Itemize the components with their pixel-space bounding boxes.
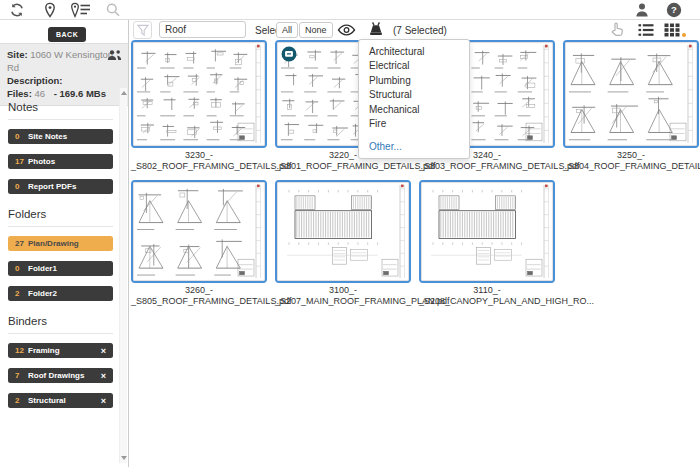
- item-count-badge: 0: [15, 132, 28, 141]
- sidebar-sections: Notes0Site Notes17Photos0Report PDFsFold…: [0, 92, 120, 418]
- file-name: 3100_-_S207_MAIN_ROOF_FRAMING_PLAN.pdf: [275, 285, 411, 307]
- item-count-badge: 2: [15, 396, 28, 405]
- category-dropdown-list: ArchitecturalElectricalPlumbingStructura…: [359, 44, 469, 131]
- sidebar-item-structural[interactable]: 2Structural×: [8, 393, 113, 408]
- grid-view-icon[interactable]: [664, 23, 680, 37]
- pdf-thumbnail-drawing: [277, 182, 409, 281]
- thumbnail-frame-selected[interactable]: [131, 40, 267, 148]
- back-button[interactable]: BACK: [48, 27, 86, 42]
- item-label: Framing: [28, 346, 97, 355]
- sidebar-item-site-notes[interactable]: 0Site Notes: [8, 129, 113, 144]
- section-list-binders: 12Framing×7Roof Drawings×2Structural×: [8, 334, 113, 408]
- file-name-line1: 3110_-: [419, 285, 555, 296]
- file-name: 3230_-_S802_ROOF_FRAMING_DETAILS.pdf: [131, 150, 267, 172]
- file-name: 3110_-_S208_CANOPY_PLAN_AND_HIGH_RO...: [419, 285, 555, 307]
- file-name-line1: 3100_-: [275, 285, 411, 296]
- dropdown-item-other[interactable]: Other...: [359, 139, 469, 153]
- item-count-badge: 17: [15, 157, 28, 166]
- thumbnail-frame-selected[interactable]: [275, 180, 411, 283]
- pdf-thumbnail-drawing: [565, 42, 697, 146]
- item-label: Folder2: [28, 289, 106, 298]
- team-users-icon[interactable]: [107, 49, 122, 61]
- filter-button[interactable]: [133, 21, 152, 39]
- dropdown-item-mechanical[interactable]: Mechanical: [359, 102, 469, 117]
- item-count-badge: 27: [15, 239, 28, 248]
- item-label: Photos: [28, 157, 106, 166]
- scroll-down-icon[interactable]: [121, 456, 127, 460]
- help-icon[interactable]: ?: [666, 2, 683, 18]
- select-none-button[interactable]: None: [299, 22, 333, 38]
- file-name-line2: _S801_ROOF_FRAMING_DETAILS.pdf: [275, 161, 411, 172]
- section-heading-folders: Folders: [8, 208, 113, 227]
- item-label: Structural: [28, 396, 97, 405]
- hand-pointer-icon[interactable]: [610, 22, 624, 38]
- user-icon[interactable]: [634, 2, 651, 18]
- dropdown-item-structural[interactable]: Structural: [359, 88, 469, 103]
- site-row: Site: 1060 W Kensington Rd: [7, 48, 122, 74]
- item-label: Site Notes: [28, 132, 106, 141]
- item-label: Report PDFs: [28, 182, 106, 191]
- file-card: 3230_-_S802_ROOF_FRAMING_DETAILS.pdf: [131, 40, 267, 172]
- description-label: Description:: [7, 74, 122, 87]
- sidebar-item-photos[interactable]: 17Photos: [8, 154, 113, 169]
- pdf-thumbnail-drawing: [133, 182, 265, 281]
- dropdown-item-electrical[interactable]: Electrical: [359, 59, 469, 74]
- pin-list-icon[interactable]: [70, 2, 91, 18]
- file-name-line2: _S207_MAIN_ROOF_FRAMING_PLAN.pdf: [275, 296, 411, 307]
- file-grid-row-2: 3260_-_S805_ROOF_FRAMING_DETAILS.pdf3100…: [131, 180, 555, 307]
- remove-binder-icon[interactable]: ×: [101, 396, 106, 406]
- thumbnail-frame-selected[interactable]: [419, 180, 555, 283]
- sidebar-item-roof-drawings[interactable]: 7Roof Drawings×: [8, 368, 113, 383]
- file-card: 3110_-_S208_CANOPY_PLAN_AND_HIGH_RO...: [419, 180, 555, 307]
- preview-eye-icon[interactable]: [337, 23, 356, 37]
- sidebar: BACK Site: 1060 W Kensington Rd Descript…: [0, 20, 129, 467]
- dropdown-item-architectural[interactable]: Architectural: [359, 44, 469, 59]
- sidebar-item-plan-drawing[interactable]: 27Plan/Drawing: [8, 236, 113, 251]
- section-list-folders: 27Plan/Drawing0Folder12Folder2: [8, 227, 113, 301]
- file-card: 3250_-_S804_ROOF_FRAMING_DETAILS.pdf: [563, 40, 699, 172]
- sidebar-item-folder1[interactable]: 0Folder1: [8, 261, 113, 276]
- site-label: Site:: [7, 49, 28, 60]
- location-pin-icon[interactable]: [42, 2, 59, 18]
- sidebar-scrollbar[interactable]: [119, 88, 127, 463]
- svg-text:?: ?: [671, 4, 677, 15]
- list-view-icon[interactable]: [638, 23, 654, 37]
- sidebar-item-framing[interactable]: 12Framing×: [8, 343, 113, 358]
- item-label: Plan/Drawing: [28, 239, 106, 248]
- notification-dot: [682, 33, 686, 37]
- sidebar-item-report-pdfs[interactable]: 0Report PDFs: [8, 179, 113, 194]
- dropdown-item-fire[interactable]: Fire: [359, 117, 469, 132]
- file-name-line2: _S804_ROOF_FRAMING_DETAILS.pdf: [563, 161, 699, 172]
- annotation-badge-icon: [281, 46, 297, 62]
- search-input[interactable]: [159, 21, 246, 38]
- binder-clip-icon[interactable]: [368, 21, 384, 38]
- selected-count-text: (7 Selected): [393, 25, 447, 36]
- pdf-thumbnail-drawing: [133, 42, 265, 146]
- sidebar-item-folder2[interactable]: 2Folder2: [8, 286, 113, 301]
- thumbnail-frame-selected[interactable]: [131, 180, 267, 283]
- thumbnail-frame-selected[interactable]: [563, 40, 699, 148]
- remove-binder-icon[interactable]: ×: [101, 346, 106, 356]
- scroll-up-icon[interactable]: [121, 91, 127, 95]
- file-name-line1: 3250_-: [563, 150, 699, 161]
- main-area: Select: All None (7 Selected): [129, 20, 700, 467]
- refresh-icon[interactable]: [9, 2, 26, 18]
- category-dropdown: ArchitecturalElectricalPlumbingStructura…: [358, 39, 470, 159]
- file-card: 3100_-_S207_MAIN_ROOF_FRAMING_PLAN.pdf: [275, 180, 411, 307]
- file-name-line2: _S805_ROOF_FRAMING_DETAILS.pdf: [131, 296, 267, 307]
- item-label: Folder1: [28, 264, 106, 273]
- pdf-thumbnail-drawing: [421, 182, 553, 281]
- item-count-badge: 2: [15, 289, 28, 298]
- file-name-line1: 3260_-: [131, 285, 267, 296]
- file-name-line2: _S802_ROOF_FRAMING_DETAILS.pdf: [131, 161, 267, 172]
- item-count-badge: 12: [15, 346, 28, 355]
- file-toolbar: Select: All None (7 Selected): [129, 20, 700, 41]
- item-count-badge: 0: [15, 264, 28, 273]
- filter-funnel-icon: [136, 24, 150, 37]
- search-icon[interactable]: [105, 2, 122, 18]
- dropdown-item-plumbing[interactable]: Plumbing: [359, 73, 469, 88]
- section-heading-binders: Binders: [8, 315, 113, 334]
- remove-binder-icon[interactable]: ×: [101, 371, 106, 381]
- file-name-line2: _S208_CANOPY_PLAN_AND_HIGH_RO...: [419, 296, 555, 307]
- select-all-button[interactable]: All: [276, 22, 298, 38]
